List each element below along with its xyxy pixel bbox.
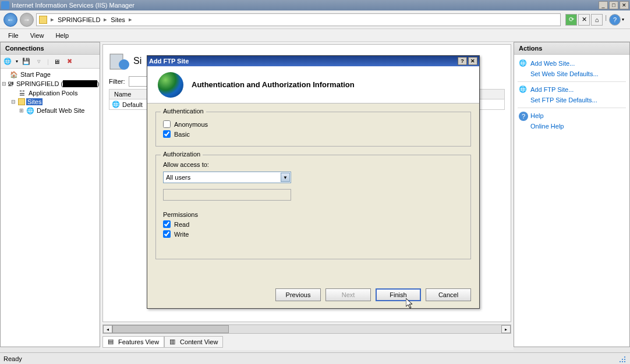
- dialog-titlebar[interactable]: Add FTP Site ? ✕: [147, 56, 479, 66]
- action-help[interactable]: ? Help: [518, 110, 626, 121]
- connections-panel: Connections 🌐 ▾ 💾 ▿ | 🖥 ✖ 🏠 Start Page ⊟…: [0, 42, 100, 347]
- action-set-web-defaults[interactable]: Set Web Site Defaults...: [518, 69, 626, 79]
- delete-icon[interactable]: ✖: [65, 57, 75, 66]
- expander-icon[interactable]: ⊟: [10, 99, 17, 105]
- help-icon[interactable]: ?: [609, 14, 621, 26]
- read-label[interactable]: Read: [174, 221, 189, 228]
- dropdown-arrow-icon[interactable]: ▾: [622, 17, 624, 22]
- connections-tree[interactable]: 🏠 Start Page ⊟ 🖳 SPRINGFIELD (XXXXXXXX) …: [1, 69, 100, 347]
- navigation-bar: ← → ▸ SPRINGFIELD ▸ Sites ▸ ⟳ ✕ ⌂ | ? ▾: [0, 10, 630, 29]
- scroll-left-button[interactable]: ◂: [103, 325, 112, 333]
- home-icon[interactable]: ⌂: [591, 14, 603, 26]
- resize-grip-icon[interactable]: [617, 354, 627, 363]
- action-add-ftp-site[interactable]: 🌐 Add FTP Site...: [518, 84, 626, 95]
- breadcrumb-sites[interactable]: Sites: [111, 16, 125, 23]
- connections-toolbar: 🌐 ▾ 💾 ▿ | 🖥 ✖: [1, 55, 100, 69]
- tree-node-start-page[interactable]: 🏠 Start Page: [2, 70, 98, 79]
- anonymous-label[interactable]: Anonymous: [174, 121, 208, 128]
- website-icon: 🌐: [112, 101, 120, 108]
- breadcrumb-separator: ▸: [104, 16, 107, 23]
- next-button[interactable]: Next: [325, 288, 371, 301]
- app-icon: [1, 1, 9, 9]
- sites-folder-icon: [18, 98, 25, 105]
- access-detail-field: [163, 189, 291, 201]
- dialog-close-button[interactable]: ✕: [468, 57, 477, 65]
- svg-rect-4: [624, 359, 625, 360]
- svg-rect-5: [620, 361, 621, 362]
- horizontal-scrollbar[interactable]: ◂ ▸: [102, 324, 511, 334]
- expander-icon[interactable]: ⊞: [18, 108, 25, 113]
- server-icon[interactable]: 🖥: [52, 57, 62, 66]
- breadcrumb-server[interactable]: SPRINGFIELD: [58, 16, 100, 23]
- connect-icon[interactable]: 🌐: [3, 57, 12, 66]
- write-label[interactable]: Write: [174, 231, 189, 238]
- previous-button[interactable]: Previous: [275, 288, 321, 301]
- scrollbar-thumb[interactable]: [112, 325, 229, 333]
- svg-rect-2: [624, 356, 625, 358]
- minimize-button[interactable]: _: [599, 1, 608, 9]
- scroll-right-button[interactable]: ▸: [501, 325, 511, 333]
- folder-icon: [39, 16, 47, 24]
- refresh-icon[interactable]: ⟳: [565, 14, 577, 26]
- svg-rect-7: [624, 361, 625, 362]
- svg-rect-3: [622, 359, 623, 360]
- menu-bar: File View Help: [0, 29, 630, 42]
- allow-access-dropdown[interactable]: All users ▼: [163, 172, 291, 183]
- globe-icon: 🌐: [519, 85, 528, 95]
- separator: |: [604, 14, 608, 26]
- dropdown-arrow-icon[interactable]: ▾: [16, 59, 18, 64]
- cancel-button[interactable]: Cancel: [426, 288, 471, 301]
- sites-page-icon: [109, 51, 130, 72]
- action-set-ftp-defaults[interactable]: Set FTP Site Defaults...: [518, 95, 626, 105]
- tree-node-server[interactable]: ⊟ 🖳 SPRINGFIELD (XXXXXXXX): [2, 79, 98, 88]
- tree-node-app-pools[interactable]: ☱ Application Pools: [2, 88, 98, 98]
- status-bar: Ready: [0, 352, 630, 364]
- globe-icon: [158, 72, 183, 98]
- tree-node-default-web-site[interactable]: ⊞ 🌐 Default Web Site: [2, 106, 98, 115]
- help-icon: ?: [519, 112, 528, 121]
- write-checkbox[interactable]: [163, 230, 171, 238]
- expander-icon[interactable]: ⊟: [2, 81, 6, 87]
- dropdown-arrow-icon[interactable]: ▼: [281, 173, 290, 182]
- svg-point-1: [119, 59, 129, 70]
- permissions-label: Permissions: [163, 211, 463, 218]
- tab-content-view[interactable]: ▥ Content View: [164, 336, 223, 348]
- page-title: Si: [133, 56, 141, 66]
- dialog-banner: Authentication and Authorization Informa…: [147, 66, 479, 104]
- actions-panel: Actions 🌐 Add Web Site... Set Web Site D…: [514, 42, 630, 347]
- tab-features-view[interactable]: ▤ Features View: [102, 336, 164, 348]
- breadcrumb[interactable]: ▸ SPRINGFIELD ▸ Sites ▸: [36, 13, 561, 26]
- read-checkbox[interactable]: [163, 220, 171, 228]
- features-view-icon: ▤: [108, 338, 116, 346]
- basic-checkbox[interactable]: [163, 130, 171, 138]
- basic-label[interactable]: Basic: [174, 131, 190, 138]
- filter-label: Filter:: [109, 78, 125, 85]
- anonymous-checkbox[interactable]: [163, 120, 171, 128]
- action-add-web-site[interactable]: 🌐 Add Web Site...: [518, 58, 626, 69]
- content-view-icon: ▥: [169, 338, 178, 346]
- status-text: Ready: [3, 355, 617, 362]
- stop-icon[interactable]: ✕: [578, 14, 590, 26]
- separator: [518, 81, 626, 82]
- window-title: Internet Information Services (IIS) Mana…: [12, 2, 597, 9]
- authentication-group: Authentication Anonymous Basic: [155, 112, 471, 147]
- actions-header: Actions: [514, 42, 629, 55]
- forward-button[interactable]: →: [20, 13, 34, 27]
- save-icon[interactable]: 💾: [22, 57, 31, 66]
- allow-access-label: Allow access to:: [163, 161, 463, 168]
- row-name: Default: [122, 101, 143, 108]
- maximize-button[interactable]: □: [609, 1, 618, 9]
- window-titlebar: Internet Information Services (IIS) Mana…: [0, 0, 630, 10]
- menu-file[interactable]: File: [2, 31, 24, 40]
- action-online-help[interactable]: Online Help: [518, 121, 626, 131]
- dialog-help-button[interactable]: ?: [458, 57, 467, 65]
- menu-help[interactable]: Help: [49, 31, 75, 40]
- tree-node-sites[interactable]: ⊟ Sites: [2, 98, 98, 106]
- up-icon[interactable]: ▿: [34, 57, 44, 66]
- close-button[interactable]: ✕: [620, 1, 629, 9]
- start-page-icon: 🏠: [10, 70, 18, 78]
- back-button[interactable]: ←: [3, 13, 17, 27]
- finish-button[interactable]: Finish: [376, 288, 421, 301]
- separator: |: [47, 58, 49, 65]
- menu-view[interactable]: View: [24, 31, 50, 40]
